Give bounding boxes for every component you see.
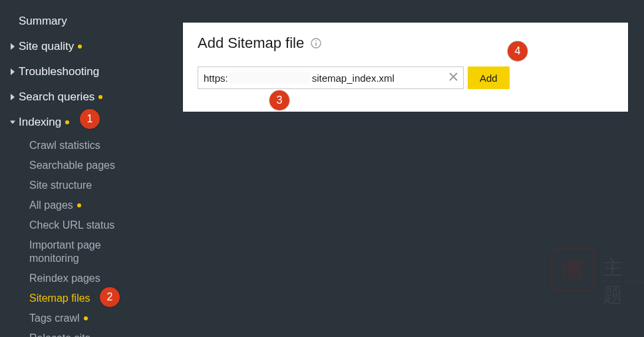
sub-important-page-monitoring[interactable]: Important page monitoring [25,235,132,269]
nav-summary-label: Summary [19,14,67,29]
watermark-seal: 搬 [551,248,595,292]
annotation-1: 1 [80,109,100,129]
sub-crawl-statistics[interactable]: Crawl statistics [25,136,173,156]
annotation-3: 3 [269,90,289,110]
content-area: Add Sitemap file https: sitemap_index.xm… [173,0,644,337]
caret-right-icon [9,68,16,75]
info-icon[interactable] [311,38,321,49]
watermark: 搬 主 题 WWW.ZHUBAN.COM [551,248,595,292]
sitemap-url-input[interactable]: https: sitemap_index.xml [198,66,464,89]
add-sitemap-panel: Add Sitemap file https: sitemap_index.xm… [183,23,628,112]
annotation-2: 2 [100,287,120,307]
sub-all-pages[interactable]: All pages [25,195,173,215]
nav-indexing-label: Indexing [19,115,61,130]
sub-site-structure[interactable]: Site structure [25,175,173,195]
caret-right-icon [9,94,16,100]
clear-input-icon[interactable] [449,72,458,84]
watermark-text: 主 题 [603,255,633,309]
nav-troubleshooting-label: Troubleshooting [19,64,99,79]
nav-summary[interactable]: Summary [5,9,173,35]
caret-down-icon [9,119,16,126]
caret-right-icon [9,43,16,50]
status-dot-icon [77,203,81,207]
nav-site-quality[interactable]: Site quality [5,35,173,60]
sub-tags-crawl[interactable]: Tags crawl [25,308,173,328]
nav-search-queries[interactable]: Search queries [5,85,173,110]
input-prefix: https: [198,72,228,84]
status-dot-icon [65,120,69,124]
sidebar: Summary Site quality Troubleshooting Sea… [0,0,173,337]
watermark-subtext: WWW.ZHUBAN.COM [603,279,644,285]
status-dot-icon [78,45,82,49]
nav-search-queries-label: Search queries [19,90,94,104]
add-button[interactable]: Add [468,66,510,89]
status-dot-icon [84,316,88,320]
sub-sitemap-files[interactable]: Sitemap files 2 [25,288,173,308]
status-dot-icon [98,95,102,99]
annotation-4: 4 [508,41,528,61]
nav-troubleshooting[interactable]: Troubleshooting [5,60,173,85]
sub-check-url-status[interactable]: Check URL status [25,215,173,235]
sub-relocate-site[interactable]: Relocate site [25,328,173,337]
panel-title: Add Sitemap file [198,35,304,52]
sub-searchable-pages[interactable]: Searchable pages [25,156,173,175]
nav-site-quality-label: Site quality [19,39,74,54]
indexing-sublist: Crawl statistics Searchable pages Site s… [5,136,173,337]
input-suffix: sitemap_index.xml [312,72,395,84]
input-redacted-host [230,72,311,84]
sub-reindex-pages[interactable]: Reindex pages [25,269,173,288]
nav-indexing[interactable]: Indexing 1 [5,110,173,136]
svg-point-2 [315,41,317,42]
